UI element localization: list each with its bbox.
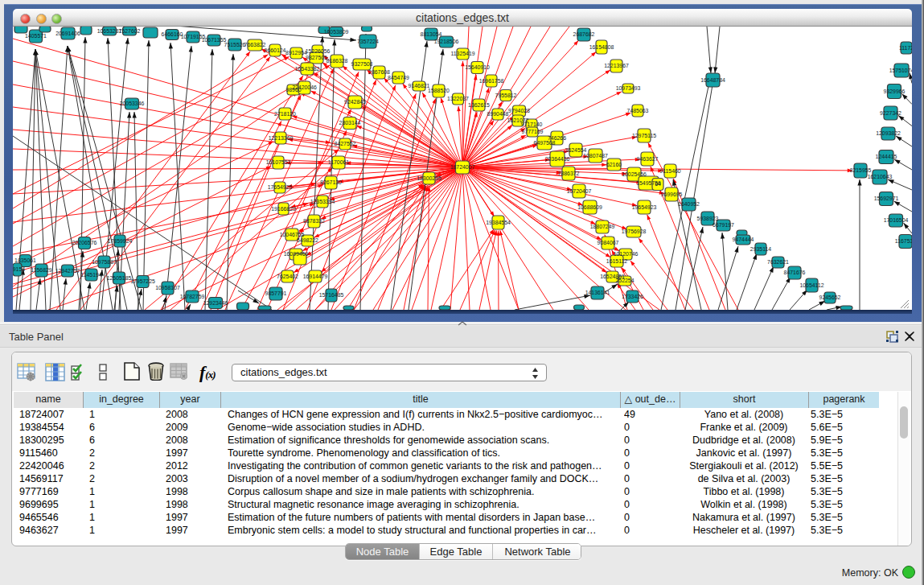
- svg-text:16961758: 16961758: [479, 78, 504, 84]
- svg-text:746266: 746266: [548, 135, 566, 141]
- svg-text:15751074: 15751074: [889, 68, 912, 73]
- svg-text:9660124: 9660124: [265, 47, 286, 53]
- svg-text:2935114: 2935114: [750, 246, 771, 252]
- svg-text:8267130: 8267130: [320, 179, 342, 185]
- svg-text:10654112: 10654112: [799, 282, 823, 288]
- svg-text:1588520: 1588520: [428, 88, 450, 93]
- svg-text:10025456: 10025456: [622, 171, 647, 177]
- svg-text:10120746: 10120746: [614, 251, 639, 257]
- svg-text:19384554: 19384554: [486, 220, 511, 225]
- svg-text:19166829: 19166829: [271, 206, 296, 212]
- svg-text:12213967: 12213967: [604, 63, 629, 68]
- svg-text:12942757: 12942757: [55, 268, 80, 274]
- svg-text:19654923: 19654923: [632, 204, 657, 210]
- svg-text:9474444: 9474444: [733, 237, 754, 242]
- svg-text:16210643: 16210643: [868, 174, 893, 179]
- svg-text:15716485: 15716485: [319, 292, 344, 298]
- svg-text:1170061: 1170061: [328, 159, 349, 165]
- svg-text:20691406: 20691406: [55, 31, 80, 36]
- svg-text:12505185: 12505185: [107, 275, 132, 281]
- svg-text:9827505: 9827505: [306, 55, 327, 60]
- svg-text:16543382: 16543382: [295, 66, 320, 72]
- svg-text:39154: 39154: [13, 266, 25, 272]
- svg-text:11325419: 11325419: [450, 51, 474, 56]
- svg-text:17654925: 17654925: [268, 184, 293, 190]
- svg-text:2687682: 2687682: [573, 31, 595, 37]
- svg-text:20206576: 20206576: [72, 240, 97, 245]
- svg-text:12353394: 12353394: [310, 199, 335, 204]
- svg-text:7955812: 7955812: [495, 93, 517, 98]
- svg-text:17957225: 17957225: [130, 278, 155, 284]
- svg-text:10973493: 10973493: [616, 85, 641, 91]
- svg-text:15692971: 15692971: [874, 196, 899, 201]
- svg-text:20053346: 20053346: [120, 101, 145, 106]
- svg-text:9327508: 9327508: [351, 61, 373, 67]
- svg-text:8813054: 8813054: [421, 31, 442, 37]
- svg-text:8427552: 8427552: [335, 141, 356, 146]
- svg-text:3624554: 3624554: [565, 147, 587, 153]
- svg-text:7886372: 7886372: [558, 171, 580, 176]
- svg-text:9794028: 9794028: [508, 108, 530, 113]
- svg-text:62160: 62160: [606, 162, 622, 167]
- svg-text:8471676: 8471676: [784, 270, 806, 275]
- svg-text:6497508: 6497508: [534, 140, 556, 146]
- svg-text:8186328: 8186328: [326, 58, 348, 64]
- svg-text:64: 64: [655, 181, 661, 187]
- svg-text:16782759: 16782759: [180, 294, 205, 299]
- svg-text:17016504: 17016504: [884, 217, 909, 223]
- svg-text:1244415: 1244415: [876, 154, 897, 159]
- svg-text:16107553: 16107553: [266, 159, 291, 165]
- svg-text:1835061: 1835061: [14, 257, 36, 263]
- svg-text:19756928: 19756928: [622, 229, 647, 234]
- svg-text:8215955: 8215955: [850, 167, 872, 173]
- svg-text:16648784: 16648784: [700, 77, 725, 83]
- svg-text:1167533: 1167533: [895, 238, 912, 244]
- svg-text:15640910: 15640910: [465, 64, 490, 70]
- svg-text:19218506: 19218506: [434, 39, 459, 44]
- svg-text:2718120: 2718120: [274, 111, 296, 117]
- svg-text:12213369: 12213369: [269, 135, 294, 141]
- svg-text:1615112: 1615112: [606, 258, 627, 264]
- svg-text:2803144: 2803144: [339, 120, 361, 126]
- svg-text:16053809: 16053809: [324, 29, 349, 35]
- svg-text:9245652: 9245652: [819, 295, 841, 300]
- svg-text:7663822: 7663822: [244, 42, 266, 47]
- svg-text:9329966: 9329966: [884, 89, 906, 94]
- svg-text:9115460: 9115460: [659, 168, 680, 174]
- svg-text:1733426: 1733426: [622, 294, 643, 299]
- svg-text:6679197: 6679197: [713, 222, 734, 228]
- svg-text:9699695: 9699695: [661, 192, 683, 197]
- svg-text:1156829: 1156829: [31, 267, 51, 273]
- svg-text:1405571: 1405571: [25, 33, 47, 39]
- svg-text:1322037: 1322037: [447, 96, 469, 101]
- svg-text:14136141: 14136141: [585, 290, 610, 295]
- svg-text:252254: 252254: [616, 278, 634, 283]
- svg-text:2867608: 2867608: [368, 69, 390, 75]
- svg-text:10046755: 10046755: [280, 232, 305, 237]
- svg-text:12975115: 12975115: [632, 133, 656, 138]
- svg-text:22420046: 22420046: [292, 84, 317, 90]
- svg-text:9227342: 9227342: [880, 110, 901, 116]
- svg-text:1145194: 1145194: [80, 272, 101, 278]
- svg-text:9857791: 9857791: [265, 290, 287, 296]
- svg-text:17859924: 17859924: [108, 238, 133, 244]
- svg-text:15226056: 15226056: [306, 48, 331, 54]
- svg-text:20364436: 20364436: [545, 156, 570, 162]
- svg-text:7515526: 7515526: [224, 42, 246, 47]
- svg-text:10975887: 10975887: [92, 259, 117, 265]
- svg-text:1527602: 1527602: [119, 28, 141, 34]
- svg-text:9146821: 9146821: [409, 83, 430, 89]
- svg-text:8878332: 8878332: [303, 218, 325, 224]
- svg-text:6466160: 6466160: [162, 31, 183, 37]
- svg-text:7625402: 7625402: [277, 274, 298, 279]
- svg-text:12093822: 12093822: [876, 130, 901, 136]
- svg-text:10807487: 10807487: [583, 153, 608, 159]
- svg-text:7632621: 7632621: [767, 259, 789, 265]
- svg-text:18724007: 18724007: [450, 164, 475, 170]
- svg-text:16154808: 16154808: [589, 44, 614, 50]
- svg-text:8990448: 8990448: [487, 111, 509, 117]
- svg-text:9084067: 9084067: [598, 240, 619, 245]
- svg-text:10958107: 10958107: [155, 285, 180, 290]
- svg-text:7485063: 7485063: [627, 108, 649, 113]
- svg-text:1640952: 1640952: [678, 201, 700, 207]
